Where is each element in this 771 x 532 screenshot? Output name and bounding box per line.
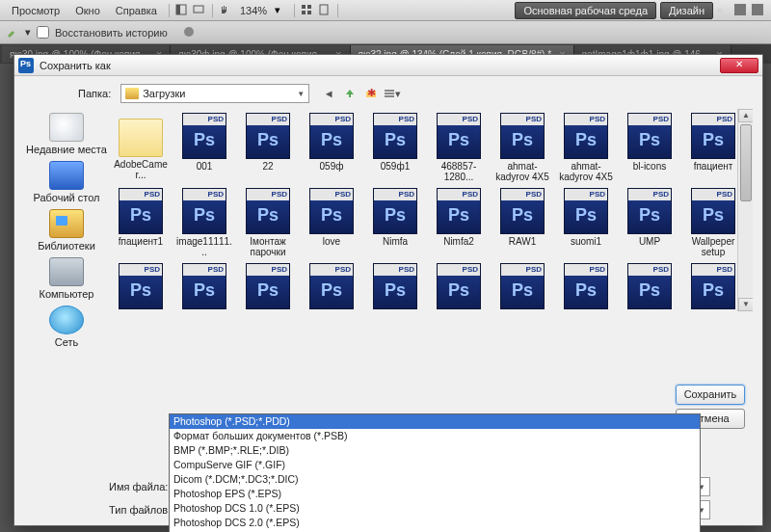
file-item[interactable]: AdobeCamer... <box>111 111 171 184</box>
filetype-option[interactable]: CompuServe GIF (*.GIF) <box>170 458 700 472</box>
design-workspace[interactable]: Дизайн <box>660 2 713 19</box>
chevron-down-icon[interactable]: ▾ <box>275 4 288 17</box>
menu-window[interactable]: Окно <box>69 3 106 18</box>
new-folder-icon[interactable]: ✱ <box>361 84 381 103</box>
file-item[interactable] <box>174 261 234 313</box>
close-button[interactable]: ✕ <box>720 58 758 73</box>
svg-rect-1 <box>176 5 180 14</box>
file-item[interactable] <box>492 261 552 313</box>
file-item[interactable] <box>365 261 425 313</box>
file-item[interactable]: 059ф <box>302 111 361 184</box>
filetype-option[interactable]: Photoshop DCS 1.0 (*.EPS) <box>170 501 700 516</box>
places-libs[interactable]: Библиотеки <box>38 209 95 252</box>
file-item[interactable]: ahmat-kadyrov 4X5 CM112 <box>556 111 616 184</box>
folder-icon <box>125 88 139 99</box>
file-item[interactable]: 059ф1 <box>365 111 425 184</box>
file-item[interactable]: ahmat-kadyrov 4X5 CM11 <box>492 111 552 184</box>
layout-icon[interactable] <box>175 4 189 17</box>
filetype-option[interactable]: BMP (*.BMP;*.RLE;*.DIB) <box>170 443 700 458</box>
file-item[interactable]: love <box>302 186 361 259</box>
file-name: Iмонтаж парочки <box>240 236 296 257</box>
minimize-icon[interactable] <box>752 4 765 17</box>
history-checkbox[interactable] <box>37 26 49 39</box>
history-brush-icon[interactable] <box>6 26 19 40</box>
file-item[interactable]: 468857-1280... <box>429 111 489 184</box>
places-network[interactable]: Сеть <box>49 306 84 348</box>
file-item[interactable] <box>620 261 679 313</box>
up-icon[interactable] <box>340 84 359 103</box>
filetype-dropdown[interactable]: Photoshop (*.PSD;*.PDD)Формат больших до… <box>169 413 701 532</box>
file-name: fпациент1 <box>119 236 163 247</box>
expand-icon[interactable]: » <box>717 4 731 17</box>
file-item[interactable] <box>429 261 489 313</box>
file-item[interactable]: 22 <box>238 111 298 184</box>
file-item[interactable]: image11111... <box>174 186 234 259</box>
file-name: ahmat-kadyrov 4X5 CM11 <box>494 161 550 182</box>
file-item[interactable] <box>683 261 743 313</box>
psd-icon <box>691 113 735 159</box>
filetype-option[interactable]: Формат больших документов (*.PSB) <box>170 429 700 443</box>
file-item[interactable] <box>111 261 171 313</box>
grid-icon[interactable] <box>301 4 314 17</box>
file-item[interactable]: bl-icons <box>620 111 679 184</box>
file-item[interactable]: Wallpeper setup <box>683 186 743 259</box>
file-item[interactable] <box>302 261 361 313</box>
scroll-thumb[interactable] <box>740 124 752 201</box>
file-name: 468857-1280... <box>431 161 487 182</box>
save-as-dialog: Сохранить как ✕ Папка: Загрузки ▼ ◄ ✱ ▾ … <box>13 54 763 526</box>
back-icon[interactable]: ◄ <box>319 84 338 103</box>
file-item[interactable]: Nimfa <box>365 186 425 259</box>
places-label: Сеть <box>55 336 78 348</box>
workspace-selector[interactable]: Основная рабочая среда <box>515 2 656 19</box>
file-item[interactable]: fпациент <box>683 111 743 184</box>
brush-preset-icon[interactable] <box>183 26 197 40</box>
places-desktop[interactable]: Рабочий стол <box>33 161 99 203</box>
folder-combo[interactable]: Загрузки ▼ <box>120 84 309 103</box>
zoom-level[interactable]: 134% <box>240 5 267 16</box>
doc-icon[interactable] <box>318 4 332 17</box>
filetype-option[interactable]: Photoshop (*.PSD;*.PDD) <box>170 414 700 429</box>
desktop-icon <box>49 161 84 190</box>
places-label: Библиотеки <box>38 240 95 252</box>
folder-icon <box>119 119 163 157</box>
file-item[interactable]: suomi1 <box>556 186 616 259</box>
csLive-icon[interactable] <box>734 4 748 17</box>
hand-icon[interactable] <box>219 4 232 17</box>
file-item[interactable]: Nimfa2 <box>429 186 489 259</box>
file-item[interactable]: RAW1 <box>492 186 552 259</box>
file-item[interactable]: fпациент1 <box>111 186 171 259</box>
file-item[interactable] <box>556 261 616 313</box>
places-recent[interactable]: Недавние места <box>26 113 107 155</box>
save-button[interactable]: Сохранить <box>676 385 745 405</box>
scroll-up-icon[interactable]: ▲ <box>738 109 753 122</box>
filetype-option[interactable]: Photoshop DCS 2.0 (*.EPS) <box>170 516 700 530</box>
psd-icon <box>437 263 481 309</box>
menu-view[interactable]: Просмотр <box>6 3 66 18</box>
file-item[interactable]: UMP <box>620 186 679 259</box>
svg-rect-3 <box>302 5 306 9</box>
filetype-option[interactable]: Photoshop EPS (*.EPS) <box>170 487 700 501</box>
file-name: Wallpeper setup <box>685 236 741 257</box>
psd-icon <box>309 113 354 159</box>
view-menu-icon[interactable]: ▾ <box>383 84 402 103</box>
psd-icon <box>373 113 417 159</box>
photoshop-icon <box>18 58 34 73</box>
file-name: image11111... <box>176 236 232 257</box>
psd-icon <box>564 263 608 309</box>
places-label: Рабочий стол <box>33 192 99 203</box>
svg-rect-8 <box>734 4 746 15</box>
screen-mode-icon[interactable] <box>193 4 206 17</box>
svg-rect-14 <box>385 93 394 94</box>
file-item[interactable]: Iмонтаж парочки <box>238 186 298 259</box>
scrollbar[interactable]: ▲ ▼ <box>737 109 753 311</box>
file-item[interactable]: 001 <box>174 111 234 184</box>
menu-help[interactable]: Справка <box>110 3 163 18</box>
file-item[interactable] <box>238 261 298 313</box>
svg-rect-13 <box>385 90 394 92</box>
file-name: RAW1 <box>509 236 537 247</box>
scroll-down-icon[interactable]: ▼ <box>738 298 753 311</box>
computer-icon <box>49 257 84 286</box>
places-computer[interactable]: Компьютер <box>40 257 94 300</box>
filetype-option[interactable]: Dicom (*.DCM;*.DC3;*.DIC) <box>170 472 700 487</box>
svg-rect-2 <box>194 6 203 13</box>
